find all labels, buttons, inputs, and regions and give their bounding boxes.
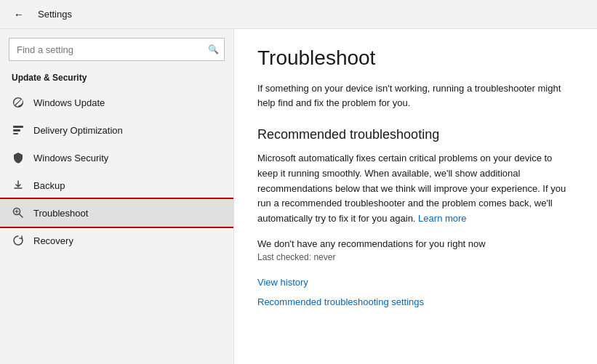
no-recommendations-text: We don't have any recommendations for yo… <box>257 238 574 249</box>
search-input[interactable] <box>9 38 225 61</box>
learn-more-link[interactable]: Learn more <box>418 213 466 224</box>
sidebar: 🔍 Update & Security Windows Update Deliv… <box>0 29 234 364</box>
windows-update-label: Windows Update <box>33 97 105 108</box>
back-icon: ← <box>14 9 24 20</box>
sidebar-item-troubleshoot[interactable]: Troubleshoot <box>0 199 233 227</box>
page-title: Troubleshoot <box>257 46 574 70</box>
troubleshoot-icon <box>12 206 25 219</box>
delivery-optimization-icon <box>12 124 25 137</box>
delivery-optimization-label: Delivery Optimization <box>33 125 123 136</box>
recovery-label: Recovery <box>33 235 73 246</box>
main-layout: 🔍 Update & Security Windows Update Deliv… <box>0 29 597 364</box>
windows-security-label: Windows Security <box>33 153 108 163</box>
view-history-link[interactable]: View history <box>257 277 574 288</box>
search-container: 🔍 <box>9 38 225 61</box>
windows-update-icon <box>12 96 25 109</box>
last-checked-text: Last checked: never <box>257 252 574 262</box>
title-bar: ← Settings <box>0 0 597 29</box>
sidebar-item-windows-update[interactable]: Windows Update <box>0 89 233 116</box>
recovery-icon <box>12 234 25 247</box>
content-area: Troubleshoot If something on your device… <box>234 29 597 364</box>
svg-rect-2 <box>13 133 18 134</box>
app-title: Settings <box>38 9 72 20</box>
back-button[interactable]: ← <box>9 4 29 25</box>
sidebar-item-recovery[interactable]: Recovery <box>0 227 233 254</box>
sidebar-section-title: Update & Security <box>0 70 233 89</box>
sidebar-item-delivery-optimization[interactable]: Delivery Optimization <box>0 116 233 144</box>
sidebar-item-windows-security[interactable]: Windows Security <box>0 144 233 171</box>
svg-line-4 <box>20 214 23 218</box>
recommended-section-title: Recommended troubleshooting <box>257 127 574 142</box>
svg-rect-1 <box>13 129 20 132</box>
page-description: If something on your device isn't workin… <box>257 81 574 110</box>
svg-rect-0 <box>13 126 23 128</box>
recommended-section-body: Microsoft automatically fixes certain cr… <box>257 151 574 227</box>
backup-label: Backup <box>33 180 65 191</box>
sidebar-item-backup[interactable]: Backup <box>0 171 233 199</box>
search-icon: 🔍 <box>208 44 219 54</box>
recommended-settings-link[interactable]: Recommended troubleshooting settings <box>257 296 574 307</box>
windows-security-icon <box>12 151 25 164</box>
backup-icon <box>12 179 25 192</box>
troubleshoot-label: Troubleshoot <box>33 208 88 219</box>
